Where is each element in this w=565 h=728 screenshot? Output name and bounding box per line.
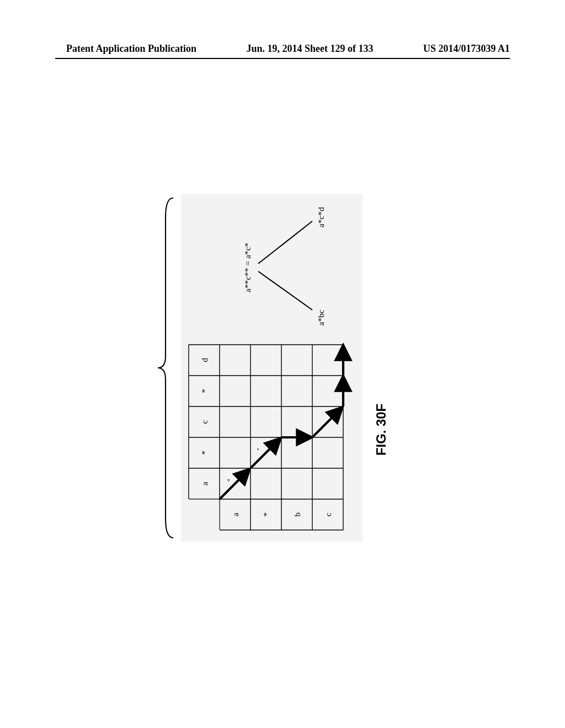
panel-bg <box>181 194 363 542</box>
figure-svg: a * c * d a * b c <box>6 171 557 557</box>
row-header-3: c <box>323 512 333 516</box>
curly-brace <box>158 198 173 538</box>
path-label-5: * <box>346 355 351 358</box>
header-center: Jun. 19, 2014 Sheet 129 of 133 <box>246 43 373 55</box>
col-header-4: d <box>200 358 209 362</box>
row-header-2: b <box>292 512 302 517</box>
header-corner-blank <box>189 500 220 530</box>
figure-30f: a * c * d a * b c <box>6 171 557 557</box>
expr-left: a*bc <box>316 309 326 325</box>
path-label-1: * <box>256 448 262 451</box>
expr-right: a*c*d <box>316 207 326 227</box>
path-label-2: * <box>302 438 307 441</box>
row-header-0: a <box>231 512 240 516</box>
path-label-4: * <box>346 386 351 389</box>
header-rule <box>55 58 510 59</box>
col-header-1: * <box>200 451 209 455</box>
header-right: US 2014/0173039 A1 <box>423 43 510 55</box>
figure-caption: FIG. 30F <box>374 404 388 456</box>
header-left: Patent Application Publication <box>66 43 196 55</box>
col-header-3: * <box>200 389 209 393</box>
row-header-1: * <box>262 512 271 517</box>
path-label-0: a <box>225 479 231 481</box>
col-header-0: a <box>200 481 209 485</box>
page-header: Patent Application Publication Jun. 19, … <box>0 43 565 55</box>
path-label-3: c <box>327 414 333 416</box>
expr-top: a**c** = a*c* <box>243 243 252 292</box>
col-header-2: c <box>200 420 209 424</box>
